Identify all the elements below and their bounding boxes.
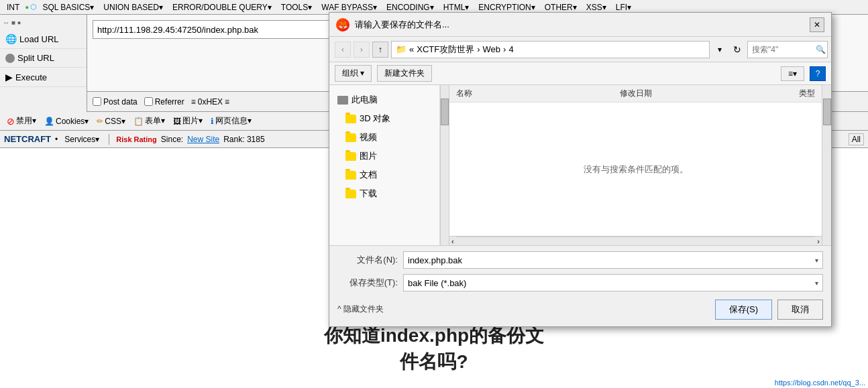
sidebar-folder-docs[interactable]: 文档	[332, 166, 437, 184]
save-dialog: 🦊 请输入要保存的文件名... ✕ ‹ › ↑ 📁 « XCTF攻防世界 › W…	[329, 12, 832, 327]
hide-folder-label: ^ 隐藏文件夹	[337, 304, 384, 315]
folder-downloads-icon	[345, 190, 356, 198]
filename-dropdown-arrow[interactable]: ▾	[815, 257, 818, 264]
nav-dropdown-button[interactable]: ▾	[712, 42, 727, 58]
col-date: 修改日期	[620, 88, 652, 99]
breadcrumb-web[interactable]: Web	[483, 44, 501, 54]
scroll-left-btn[interactable]: ‹	[449, 237, 456, 245]
filename-input-wrapper: ▾	[403, 251, 823, 269]
dialog-toolbar: 组织 ▾ 新建文件夹 ≡▾ ?	[329, 62, 831, 85]
filetype-row: 保存类型(T): bak File (*.bak) ▾	[337, 274, 823, 292]
cancel-button[interactable]: 取消	[777, 300, 823, 320]
dialog-nav: ‹ › ↑ 📁 « XCTF攻防世界 › Web › 4 ▾ ↻ 🔍	[329, 37, 831, 62]
main-scrollbar[interactable]	[822, 85, 831, 245]
dialog-overlay: 🦊 请输入要保存的文件名... ✕ ‹ › ↑ 📁 « XCTF攻防世界 › W…	[0, 0, 868, 388]
hide-folder-button[interactable]: ^ 隐藏文件夹	[337, 304, 384, 315]
dialog-actions-row: ^ 隐藏文件夹 保存(S) 取消	[337, 297, 823, 321]
filetype-label: 保存类型(T):	[337, 277, 398, 289]
dialog-close-button[interactable]: ✕	[810, 17, 824, 32]
new-folder-button[interactable]: 新建文件夹	[377, 65, 432, 82]
empty-message: 没有与搜索条件匹配的项。	[584, 164, 688, 176]
filetype-dropdown-arrow[interactable]: ▾	[815, 279, 818, 287]
h-scrollbar[interactable]: ‹ ›	[449, 236, 822, 245]
folder-icon-nav: 📁	[396, 44, 406, 54]
folder-video-icon	[345, 133, 356, 142]
col-type: 类型	[799, 88, 815, 99]
dialog-body: 此电脑 3D 对象 视频 图片 文档	[329, 85, 831, 245]
dialog-sidebar: 此电脑 3D 对象 视频 图片 文档	[329, 85, 440, 245]
sidebar-scrollbar-thumb	[441, 99, 449, 125]
folder-3d-icon	[345, 115, 356, 123]
dialog-title-text: 请输入要保存的文件名...	[355, 19, 449, 31]
search-input[interactable]	[747, 41, 828, 58]
sidebar-folder-3d[interactable]: 3D 对象	[332, 109, 437, 128]
breadcrumb-display[interactable]: 📁 « XCTF攻防世界 › Web › 4	[391, 41, 710, 58]
breadcrumb-sep-2: ›	[503, 44, 506, 54]
scroll-right-btn[interactable]: ›	[815, 237, 822, 245]
view-toggle-button[interactable]: ≡▾	[781, 66, 804, 81]
breadcrumb-xctf[interactable]: XCTF攻防世界	[417, 44, 474, 56]
dialog-footer: 文件名(N): ▾ 保存类型(T): bak File (*.bak) ▾ ^ …	[329, 245, 831, 326]
dialog-main: 名称 修改日期 类型 没有与搜索条件匹配的项。 ‹ ›	[449, 85, 822, 245]
sidebar-folder-pc[interactable]: 此电脑	[332, 90, 437, 109]
sidebar-folder-downloads[interactable]: 下载	[332, 184, 437, 203]
col-name: 名称	[456, 88, 472, 99]
filetype-select-wrapper: bak File (*.bak) ▾	[403, 274, 823, 292]
file-content-area: 没有与搜索条件匹配的项。	[449, 103, 822, 236]
filename-input[interactable]	[408, 255, 815, 265]
help-button[interactable]: ?	[810, 66, 826, 81]
organize-button[interactable]: 组织 ▾	[335, 65, 372, 82]
dialog-titlebar: 🦊 请输入要保存的文件名... ✕	[329, 13, 831, 37]
breadcrumb-4[interactable]: 4	[508, 44, 513, 54]
dialog-action-buttons: 保存(S) 取消	[715, 297, 823, 321]
folder-pictures-icon	[345, 152, 356, 161]
filename-label: 文件名(N):	[337, 254, 398, 266]
filetype-value: bak File (*.bak)	[408, 278, 466, 288]
dialog-title-left: 🦊 请输入要保存的文件名...	[336, 18, 449, 31]
sidebar-scrollbar[interactable]	[440, 85, 449, 245]
breadcrumb-sep-1: ›	[477, 44, 480, 54]
folder-docs-icon	[345, 171, 356, 180]
main-scrollbar-thumb	[823, 99, 831, 125]
breadcrumb-item-1: «	[409, 44, 414, 54]
sidebar-folder-pictures[interactable]: 图片	[332, 147, 437, 166]
address-bar: 📁 « XCTF攻防世界 › Web › 4 ▾ ↻	[391, 41, 745, 58]
column-headers: 名称 修改日期 类型	[449, 85, 822, 103]
sidebar-folder-video[interactable]: 视频	[332, 128, 437, 147]
filename-row: 文件名(N): ▾	[337, 251, 823, 269]
refresh-button[interactable]: ↻	[730, 42, 745, 57]
nav-up-button[interactable]: ↑	[372, 42, 388, 58]
nav-back-button[interactable]: ‹	[335, 42, 351, 58]
save-button[interactable]: 保存(S)	[715, 300, 772, 320]
pc-icon	[337, 96, 348, 105]
nav-forward-button[interactable]: ›	[354, 42, 370, 58]
dialog-title-icon: 🦊	[336, 18, 349, 31]
